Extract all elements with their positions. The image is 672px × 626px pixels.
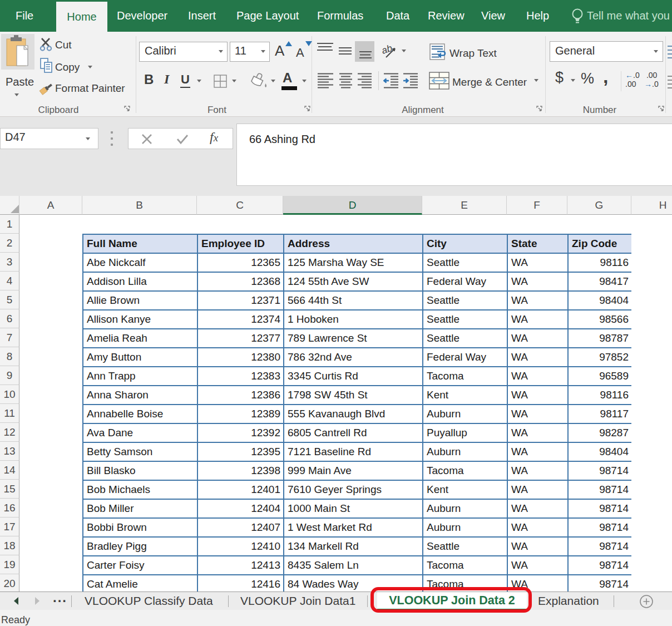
svg-text:ab: ab	[382, 43, 394, 56]
